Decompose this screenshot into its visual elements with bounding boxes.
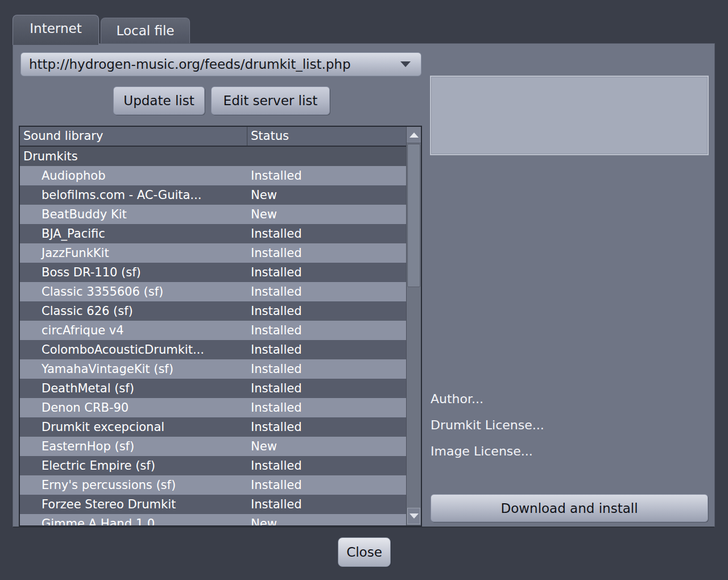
table-row[interactable]: JazzFunkKitInstalled bbox=[20, 243, 406, 263]
close-button[interactable]: Close bbox=[338, 537, 391, 567]
cell-status: Installed bbox=[247, 495, 406, 514]
cell-status bbox=[247, 147, 406, 166]
dropdown-arrow-icon bbox=[400, 61, 411, 67]
table-row[interactable]: Forzee Stereo DrumkitInstalled bbox=[20, 495, 406, 514]
edit-server-list-button[interactable]: Edit server list bbox=[211, 86, 330, 115]
cell-sound-library: Electric Empire (sf) bbox=[20, 456, 247, 475]
column-header-sound-library[interactable]: Sound library bbox=[20, 127, 247, 146]
drumkit-license-label: Drumkit License... bbox=[431, 418, 544, 432]
cell-sound-library: Gimme A Hand 1.0 bbox=[20, 514, 247, 525]
cell-sound-library: BJA_Pacific bbox=[20, 224, 247, 243]
tab-local-file[interactable]: Local file bbox=[101, 18, 190, 43]
drumkit-image-preview bbox=[430, 76, 709, 155]
author-label: Author... bbox=[431, 392, 483, 406]
cell-status: Installed bbox=[247, 398, 406, 417]
table-row[interactable]: AudiophobInstalled bbox=[20, 166, 406, 185]
cell-status: New bbox=[247, 205, 406, 224]
cell-status: New bbox=[247, 514, 406, 525]
update-list-button[interactable]: Update list bbox=[113, 86, 205, 115]
table-row[interactable]: YamahaVintageKit (sf)Installed bbox=[20, 359, 406, 379]
cell-sound-library: circAfrique v4 bbox=[20, 321, 247, 340]
cell-sound-library: Forzee Stereo Drumkit bbox=[20, 495, 247, 514]
cell-sound-library: EasternHop (sf) bbox=[20, 437, 247, 456]
cell-sound-library: Drumkits bbox=[20, 147, 247, 166]
cell-sound-library: Boss DR-110 (sf) bbox=[20, 263, 247, 282]
table-row[interactable]: Classic 3355606 (sf)Installed bbox=[20, 282, 406, 301]
table-row[interactable]: BeatBuddy KitNew bbox=[20, 205, 406, 224]
cell-status: New bbox=[247, 437, 406, 456]
cell-sound-library: DeathMetal (sf) bbox=[20, 379, 247, 398]
table-row[interactable]: Electric Empire (sf)Installed bbox=[20, 456, 406, 475]
table-row[interactable]: Denon CRB-90Installed bbox=[20, 398, 406, 417]
download-and-install-button[interactable]: Download and install bbox=[431, 494, 708, 522]
cell-sound-library: Drumkit excepcional bbox=[20, 417, 247, 437]
cell-sound-library: Classic 3355606 (sf) bbox=[20, 282, 247, 301]
table-header: Sound library Status bbox=[20, 127, 406, 147]
cell-status: Installed bbox=[247, 417, 406, 437]
table-row[interactable]: belofilms.com - AC-Guita...New bbox=[20, 185, 406, 205]
table-row[interactable]: BJA_PacificInstalled bbox=[20, 224, 406, 243]
cell-sound-library: JazzFunkKit bbox=[20, 243, 247, 263]
scroll-down-icon bbox=[410, 513, 419, 519]
table-row[interactable]: ColomboAcousticDrumkit...Installed bbox=[20, 340, 406, 359]
table-row[interactable]: DeathMetal (sf)Installed bbox=[20, 379, 406, 398]
cell-sound-library: Denon CRB-90 bbox=[20, 398, 247, 417]
cell-status: Installed bbox=[247, 475, 406, 495]
cell-status: Installed bbox=[247, 166, 406, 185]
cell-status: Installed bbox=[247, 321, 406, 340]
server-url-combobox[interactable]: http://hydrogen-music.org/feeds/drumkit_… bbox=[20, 52, 421, 76]
cell-sound-library: YamahaVintageKit (sf) bbox=[20, 359, 247, 379]
column-header-status[interactable]: Status bbox=[247, 127, 406, 146]
table-row[interactable]: circAfrique v4Installed bbox=[20, 321, 406, 340]
image-license-label: Image License... bbox=[431, 444, 533, 458]
scrollbar-thumb[interactable] bbox=[407, 144, 420, 287]
cell-sound-library: ColomboAcousticDrumkit... bbox=[20, 340, 247, 359]
cell-status: Installed bbox=[247, 340, 406, 359]
scroll-down-button[interactable] bbox=[407, 508, 420, 524]
tab-internet-label: Internet bbox=[30, 21, 81, 36]
tab-local-file-label: Local file bbox=[117, 23, 175, 38]
cell-status: Installed bbox=[247, 224, 406, 243]
table-row[interactable]: Erny's percussions (sf)Installed bbox=[20, 475, 406, 495]
cell-sound-library: belofilms.com - AC-Guita... bbox=[20, 185, 247, 205]
scroll-up-button[interactable] bbox=[407, 127, 421, 143]
table-group-row[interactable]: Drumkits bbox=[20, 147, 406, 166]
sound-library-table: Sound library Status DrumkitsAudiophobIn… bbox=[19, 126, 422, 527]
cell-status: Installed bbox=[247, 301, 406, 321]
cell-status: Installed bbox=[247, 379, 406, 398]
tab-internet[interactable]: Internet bbox=[13, 15, 99, 45]
cell-status: Installed bbox=[247, 359, 406, 379]
table-row[interactable]: Drumkit excepcionalInstalled bbox=[20, 417, 406, 437]
table-row[interactable]: EasternHop (sf)New bbox=[20, 437, 406, 456]
cell-status: Installed bbox=[247, 243, 406, 263]
cell-status: Installed bbox=[247, 282, 406, 301]
cell-sound-library: Erny's percussions (sf) bbox=[20, 475, 247, 495]
server-url-value: http://hydrogen-music.org/feeds/drumkit_… bbox=[21, 57, 400, 72]
cell-sound-library: BeatBuddy Kit bbox=[20, 205, 247, 224]
cell-status: Installed bbox=[247, 456, 406, 475]
table-scrollbar[interactable] bbox=[406, 127, 421, 525]
table-row[interactable]: Boss DR-110 (sf)Installed bbox=[20, 263, 406, 282]
table-content: Sound library Status DrumkitsAudiophobIn… bbox=[20, 127, 406, 525]
cell-sound-library: Audiophob bbox=[20, 166, 247, 185]
cell-sound-library: Classic 626 (sf) bbox=[20, 301, 247, 321]
scroll-up-icon bbox=[410, 132, 419, 138]
cell-status: New bbox=[247, 185, 406, 205]
table-row[interactable]: Classic 626 (sf)Installed bbox=[20, 301, 406, 321]
table-body: DrumkitsAudiophobInstalledbelofilms.com … bbox=[20, 147, 406, 525]
cell-status: Installed bbox=[247, 263, 406, 282]
table-row[interactable]: Gimme A Hand 1.0New bbox=[20, 514, 406, 525]
